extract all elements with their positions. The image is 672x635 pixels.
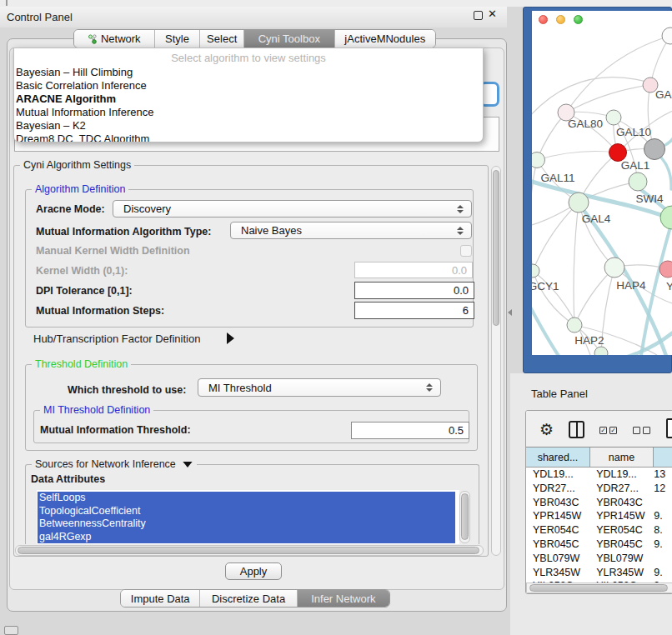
algorithm-option[interactable]: ARACNE Algorithm — [16, 92, 481, 106]
tab-discretize-data[interactable]: Discretize Data — [200, 590, 297, 607]
mi-steps-value: 6 — [463, 304, 469, 317]
kernel-width-input[interactable]: 0.0 — [354, 262, 473, 278]
dpi-tolerance-input[interactable]: 0.0 — [354, 282, 474, 299]
settings-vertical-scrollbar[interactable] — [491, 166, 501, 556]
network-canvas[interactable]: GALGAL80GAL10GAL1GAL11SWI4GAL4GCY1HAP4HA… — [532, 11, 672, 355]
network-node-gal11[interactable] — [532, 152, 545, 168]
network-node-bottom[interactable] — [594, 347, 608, 355]
aracne-mode-select[interactable]: Discovery — [113, 200, 472, 218]
network-edge[interactable] — [533, 202, 579, 271]
table-row[interactable]: YLR345WYLR345W9. — [526, 567, 672, 581]
panel-splitter-handle[interactable] — [508, 309, 512, 316]
network-node-white_top[interactable] — [662, 28, 672, 44]
algorithm-option[interactable]: Dream8 DC_TDC Algorithm — [16, 132, 481, 142]
apply-button[interactable]: Apply — [225, 562, 282, 580]
table-row[interactable]: YPR145WYPR145W9. — [526, 510, 672, 524]
tab-infer-network[interactable]: Infer Network — [298, 590, 389, 607]
manual-kernel-width-checkbox[interactable] — [460, 245, 472, 257]
table-row[interactable]: YDR27...YDR27...12 — [526, 482, 672, 497]
algorithm-dropdown-popup: Select algorithm to view settings Bayesi… — [13, 48, 484, 142]
which-threshold-select[interactable]: MI Threshold — [198, 378, 441, 397]
network-edge[interactable] — [566, 36, 670, 112]
network-node-swi4[interactable] — [629, 172, 647, 191]
network-node-gal10[interactable] — [606, 110, 621, 125]
mi-algorithm-type-select[interactable]: Naive Bayes — [230, 222, 472, 239]
table-row[interactable]: YDL19...YDL19...13 — [526, 468, 672, 482]
zoom-traffic-light-icon[interactable] — [574, 15, 583, 24]
column-header[interactable]: shared... — [526, 448, 590, 467]
checked-box-icon[interactable]: ✓ — [609, 427, 617, 434]
collapse-arrow-icon[interactable] — [183, 462, 193, 468]
minimized-window-icon[interactable] — [4, 626, 18, 635]
table-row[interactable]: YBR043CYBR043C — [526, 497, 672, 511]
network-edge[interactable] — [574, 202, 579, 325]
algorithm-option[interactable]: Mutual Information Inference — [16, 106, 481, 119]
table-cell: 9. — [652, 567, 672, 581]
table-row[interactable]: YER054CYER054C8. — [526, 524, 672, 538]
aracne-mode-value: Discovery — [123, 202, 171, 215]
which-threshold-value: MI Threshold — [208, 382, 272, 394]
network-node-gal4[interactable] — [569, 192, 589, 212]
threshold-definition-title: Threshold Definition — [32, 358, 131, 370]
network-thick-edge[interactable] — [532, 301, 562, 355]
export-table-icon[interactable] — [666, 418, 672, 438]
attr-list-scrollbar[interactable] — [459, 491, 470, 543]
tab-cyni-toolbox[interactable]: Cyni Toolbox — [244, 30, 335, 48]
network-node-big_green[interactable] — [660, 206, 672, 229]
tab-network[interactable]: Network — [74, 30, 155, 48]
network-node-hap4[interactable] — [604, 258, 624, 278]
attribute-item[interactable]: TopologicalCoefficient — [38, 505, 455, 518]
tab-select[interactable]: Select — [200, 30, 244, 48]
network-edge[interactable] — [533, 271, 574, 325]
network-node-hap2[interactable] — [567, 318, 582, 332]
attribute-item[interactable]: BetweennessCentrality — [38, 518, 455, 531]
algorithm-option[interactable]: Basic Correlation Inference — [16, 79, 481, 92]
table-cell — [652, 552, 672, 567]
network-edge[interactable] — [566, 85, 650, 112]
network-edge[interactable] — [537, 152, 618, 160]
network-node-salmon[interactable] — [659, 261, 672, 278]
tab-jactivemnodules[interactable]: jActiveMNodules — [335, 30, 435, 48]
table-row[interactable]: YBL079WYBL079W — [526, 552, 672, 567]
column-header[interactable] — [654, 448, 672, 467]
sources-title-text: Sources for Network Inference — [35, 458, 176, 470]
expand-arrow-icon[interactable] — [227, 332, 234, 344]
algorithm-option[interactable]: Bayesian – Hill Climbing — [16, 66, 481, 79]
table-cell: YLR345W — [589, 567, 652, 581]
close-icon[interactable]: ✕ — [488, 8, 497, 20]
network-edge[interactable] — [574, 268, 614, 325]
network-edge[interactable] — [532, 160, 537, 271]
table-cell: YPR145W — [589, 510, 652, 524]
table-cell: 8. — [652, 524, 672, 538]
float-window-icon[interactable] — [474, 11, 483, 20]
mi-threshold-input[interactable]: 0.5 — [351, 422, 469, 439]
column-header[interactable]: name — [590, 448, 654, 467]
tab-style[interactable]: Style — [155, 30, 201, 48]
network-view-window[interactable]: GALGAL80GAL10GAL1GAL11SWI4GAL4GCY1HAP4HA… — [523, 7, 672, 373]
minimize-traffic-light-icon[interactable] — [556, 15, 565, 24]
table-cell — [652, 497, 672, 511]
table-horizontal-scrollbar[interactable] — [526, 582, 672, 593]
unchecked-box-icon[interactable] — [633, 427, 640, 434]
algorithm-option[interactable]: Bayesian – K2 — [16, 119, 481, 132]
tab-impute-data[interactable]: Impute Data — [121, 590, 200, 607]
algorithm-definition-title: Algorithm Definition — [32, 183, 128, 195]
control-panel-tabs: NetworkStyleSelectCyni ToolboxjActiveMNo… — [73, 29, 436, 48]
unchecked-box-icon[interactable] — [643, 427, 650, 434]
network-node-label: GAL1 — [621, 159, 650, 172]
mi-steps-input[interactable]: 6 — [354, 302, 474, 319]
attribute-item[interactable]: gal4RGexp — [38, 531, 455, 544]
settings-horizontal-scrollbar[interactable] — [15, 545, 484, 556]
node-table: ⚙ ✓ ✓ shared...name YDL19...YDL19...13YD… — [525, 410, 672, 594]
split-columns-icon[interactable] — [569, 421, 584, 438]
network-node-label: GAL4 — [582, 212, 611, 225]
attribute-item[interactable]: SelfLoops — [38, 492, 455, 505]
table-settings-gear-icon[interactable]: ⚙ — [539, 422, 554, 438]
network-node-gray[interactable] — [644, 139, 665, 160]
table-row[interactable]: YBR045CYBR045C9. — [526, 538, 672, 552]
spinner-arrows-icon — [426, 383, 433, 392]
close-traffic-light-icon[interactable] — [539, 15, 548, 24]
checked-box-icon[interactable]: ✓ — [599, 427, 607, 434]
network-edge[interactable] — [532, 78, 649, 118]
table-cell: YBR043C — [526, 497, 589, 511]
